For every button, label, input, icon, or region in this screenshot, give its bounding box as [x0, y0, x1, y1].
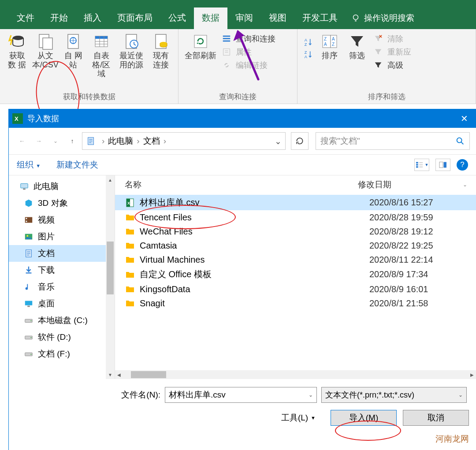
tell-me-search[interactable]: 操作说明搜索: [346, 8, 420, 29]
get-data-button[interactable]: 获取数 据: [4, 31, 31, 78]
cancel-button[interactable]: 取消: [403, 410, 469, 426]
scroll-thumb[interactable]: [131, 371, 166, 378]
scroll-thumb[interactable]: [107, 242, 114, 294]
chevron-down-icon[interactable]: ⌄: [309, 392, 313, 398]
search-input[interactable]: [320, 136, 455, 146]
file-row[interactable]: Camtasia2020/8/22 19:25: [115, 238, 476, 253]
filename-label: 文件名(N):: [15, 389, 160, 401]
tab-home[interactable]: 开始: [42, 7, 76, 29]
svg-point-47: [30, 320, 31, 321]
tree-item-本地磁盘 (C:)[interactable]: 本地磁盘 (C:): [9, 312, 115, 329]
tab-view[interactable]: 视图: [261, 7, 294, 29]
properties-icon: [222, 47, 231, 57]
chevron-down-icon[interactable]: ⌄: [275, 136, 282, 146]
sort-button[interactable]: ZAAZ 排序: [316, 31, 343, 73]
import-button[interactable]: 导入(M): [331, 410, 397, 426]
tab-file[interactable]: 文件: [9, 7, 42, 29]
preview-pane-button[interactable]: [435, 159, 450, 171]
svg-text:X: X: [15, 115, 19, 122]
svg-text:Z: Z: [332, 42, 335, 47]
svg-point-51: [30, 354, 31, 355]
funnel-refresh-icon: [373, 47, 383, 57]
view-mode-button[interactable]: ▼: [414, 159, 429, 171]
tab-data[interactable]: 数据: [194, 7, 227, 29]
scroll-left-icon[interactable]: ◀: [115, 372, 123, 377]
file-row[interactable]: Snagit2020/8/1 21:58: [115, 296, 476, 310]
refresh-all-icon: [192, 33, 209, 50]
svg-rect-39: [26, 218, 27, 219]
tab-insert[interactable]: 插入: [76, 7, 109, 29]
tree-item-视频[interactable]: 视频: [9, 212, 115, 228]
tree-scrollbar[interactable]: ▲ ▼: [106, 175, 115, 379]
file-row[interactable]: X材料出库单.csv2020/8/16 15:27: [115, 195, 476, 210]
clear-filter-button[interactable]: 清除: [373, 33, 411, 44]
from-web-button[interactable]: 自 网站: [60, 31, 87, 78]
organize-button[interactable]: 组织 ▼: [17, 159, 41, 171]
queries-connections-button[interactable]: 查询和连接: [222, 33, 275, 44]
horizontal-scrollbar[interactable]: ◀ ▶: [115, 370, 476, 379]
svg-rect-36: [21, 184, 28, 188]
nav-recent-button[interactable]: ⌄: [48, 134, 63, 148]
nav-back-button[interactable]: ←: [15, 134, 29, 148]
existing-conn-button[interactable]: 现有 连接: [147, 31, 175, 78]
filename-input[interactable]: 材料出库单.csv ⌄: [165, 387, 317, 403]
file-row[interactable]: Tencent Files2020/8/28 19:59: [115, 210, 476, 224]
tree-item-此电脑[interactable]: 此电脑: [9, 178, 115, 195]
tree-item-文档 (F:)[interactable]: 文档 (F:): [9, 346, 115, 362]
filetype-dropdown[interactable]: 文本文件(*.prn;*.txt;*.csv) ⌄: [321, 387, 467, 403]
column-name[interactable]: 名称: [125, 179, 358, 190]
tree-item-文档[interactable]: 文档: [9, 245, 115, 262]
sort-asc-icon: AZ: [304, 37, 313, 47]
tab-formula[interactable]: 公式: [160, 7, 194, 29]
refresh-all-button[interactable]: 全部刷新: [182, 31, 219, 73]
svg-rect-3: [43, 38, 52, 49]
lightbulb-icon: [351, 13, 361, 23]
scroll-right-icon[interactable]: ▶: [468, 372, 476, 377]
tree-item-图片[interactable]: 图片: [9, 228, 115, 245]
new-folder-button[interactable]: 新建文件夹: [56, 159, 98, 171]
from-table-button[interactable]: 自表 格/区域: [87, 31, 115, 78]
properties-button[interactable]: 属性: [222, 47, 275, 57]
edit-links-button[interactable]: 编辑链接: [222, 60, 275, 71]
filter-button[interactable]: 筛选: [343, 31, 371, 73]
chevron-down-icon[interactable]: ⌄: [463, 182, 467, 188]
nav-up-button[interactable]: ↑: [65, 134, 79, 148]
recent-sources-button[interactable]: 最近使 用的源: [115, 31, 147, 78]
reapply-button[interactable]: 重新应: [373, 47, 411, 57]
nav-forward-button[interactable]: →: [32, 134, 46, 148]
crumb-this-pc[interactable]: 此电脑: [108, 135, 133, 147]
tools-dropdown[interactable]: 工具(L) ▼: [281, 412, 316, 424]
help-button[interactable]: ?: [457, 159, 468, 171]
tree-item-桌面[interactable]: 桌面: [9, 295, 115, 312]
refresh-button[interactable]: [291, 132, 309, 150]
search-box[interactable]: [316, 132, 470, 150]
scroll-down-icon[interactable]: ▼: [106, 371, 115, 378]
file-row[interactable]: 自定义 Office 模板2020/8/9 17:34: [115, 267, 476, 282]
tree-item-下载[interactable]: 下载: [9, 262, 115, 279]
advanced-filter-button[interactable]: 高级: [373, 60, 411, 71]
nav-tree: 此电脑3D 对象视频图片文档下载音乐桌面本地磁盘 (C:)软件 (D:)文档 (…: [9, 175, 115, 379]
ribbon-group1-label: 获取和转换数据: [4, 92, 175, 102]
svg-text:A: A: [305, 38, 308, 42]
file-row[interactable]: Virtual Machines2020/8/11 22:14: [115, 253, 476, 267]
file-list-header[interactable]: 名称 修改日期 ⌄: [115, 175, 476, 195]
scroll-up-icon[interactable]: ▲: [106, 176, 115, 183]
close-button[interactable]: ✕: [456, 113, 472, 124]
tab-layout[interactable]: 页面布局: [109, 7, 160, 29]
sort-asc-button[interactable]: AZ: [304, 37, 313, 47]
svg-text:Z: Z: [305, 50, 307, 55]
tree-item-音乐[interactable]: 音乐: [9, 279, 115, 295]
tree-item-3D 对象[interactable]: 3D 对象: [9, 195, 115, 212]
tab-dev[interactable]: 开发工具: [294, 7, 346, 29]
get-data-label: 获取数 据: [6, 51, 28, 69]
sort-desc-button[interactable]: ZA: [304, 49, 313, 59]
tree-item-软件 (D:)[interactable]: 软件 (D:): [9, 329, 115, 346]
file-row[interactable]: KingsoftData2020/8/9 16:01: [115, 282, 476, 296]
tab-review[interactable]: 审阅: [227, 7, 261, 29]
crumb-documents[interactable]: 文档: [143, 135, 160, 147]
dialog-titlebar[interactable]: X 导入数据 ✕: [9, 109, 476, 128]
from-text-csv-button[interactable]: 从文 本/CSV: [31, 31, 60, 78]
breadcrumb-bar[interactable]: › 此电脑 › 文档 › ⌄: [82, 132, 286, 150]
column-date[interactable]: 修改日期: [358, 179, 459, 190]
file-row[interactable]: WeChat Files2020/8/28 19:12: [115, 224, 476, 238]
